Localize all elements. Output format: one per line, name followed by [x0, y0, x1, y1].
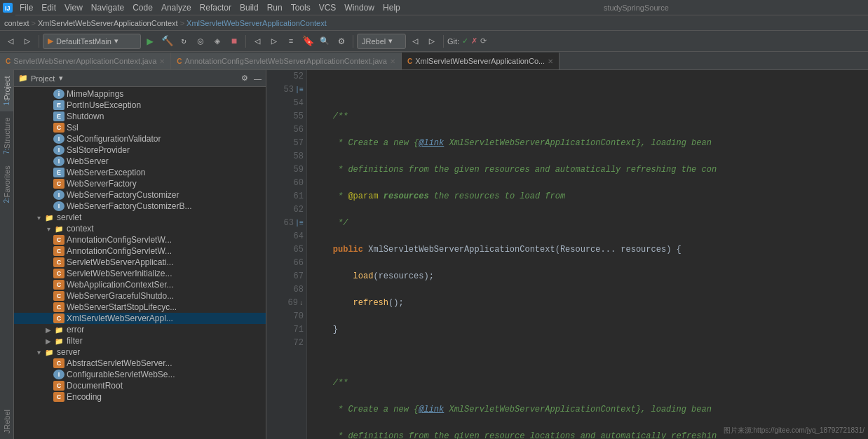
icon-webserverfactorycustomizer: I — [53, 190, 65, 200]
tree-item-webserver[interactable]: I WebServer — [14, 156, 266, 167]
favorites-tab[interactable]: 2: Favorites — [0, 160, 13, 209]
ln-56: 56 — [266, 123, 304, 137]
ln-66: 66 — [266, 257, 304, 270]
tree-item-filter[interactable]: ▶ 📁 filter — [14, 335, 266, 346]
icon-webserverfactory: C — [53, 179, 65, 189]
tree-item-context[interactable]: ▾ 📁 context — [14, 223, 266, 234]
tab-close-2[interactable]: ✕ — [390, 58, 395, 65]
jrebel-dropdown[interactable]: JRebel ▾ — [357, 34, 406, 49]
menu-view[interactable]: View — [60, 1, 87, 14]
jrebel-back[interactable]: ◁ — [407, 34, 423, 49]
menu-window[interactable]: Window — [340, 1, 379, 14]
tree-item-annotconfig2[interactable]: C AnnotationConfigServletW... — [14, 245, 266, 257]
code-line-64: * Create a new {@link XmlServletWebServe… — [313, 403, 862, 417]
project-tab[interactable]: 1: Project — [0, 70, 13, 112]
tree-item-webserverfactorycustomizer[interactable]: I WebServerFactoryCustomizer — [14, 189, 266, 201]
menu-analyze[interactable]: Analyze — [157, 1, 196, 14]
tree-item-servletwebserver[interactable]: C ServletWebServerApplicati... — [14, 257, 266, 268]
run-config-label: DefaultTestMain — [56, 37, 111, 46]
icon-webappcontextser: C — [53, 280, 65, 290]
coverage-button[interactable]: ◈ — [210, 34, 225, 49]
nav-back-button[interactable]: ◁ — [250, 34, 265, 49]
git-x-icon[interactable]: ✗ — [471, 36, 477, 46]
jrebel-side-label: JRebel — [3, 410, 11, 433]
forward-button[interactable]: ▷ — [20, 34, 35, 49]
project-num: 1: — [3, 100, 11, 105]
bookmark-button[interactable]: 🔖 — [300, 34, 316, 49]
menu-file[interactable]: File — [15, 1, 37, 14]
back-button[interactable]: ◁ — [3, 34, 18, 49]
tree-item-servletinitializer[interactable]: C ServletWebServerInitialize... — [14, 268, 266, 279]
tree-item-webappcontextser[interactable]: C WebApplicationContextSer... — [14, 279, 266, 290]
nav-fwd-button[interactable]: ▷ — [266, 34, 282, 49]
menu-navigate[interactable]: Navigate — [87, 1, 128, 14]
nav-recent-button[interactable]: ≡ — [283, 34, 299, 49]
tree-item-xmlservlet[interactable]: C XmlServletWebServerAppl... — [14, 313, 266, 324]
code-lines[interactable]: /** * Create a new {@link XmlServletWebS… — [307, 70, 868, 439]
tab-xml-active[interactable]: C XmlServletWebServerApplicationCo... ✕ — [402, 53, 560, 69]
menu-edit[interactable]: Edit — [37, 1, 60, 14]
update-button[interactable]: ↻ — [176, 34, 191, 49]
file-tabs: C ServletWebServerApplicationContext.jav… — [0, 52, 868, 70]
tree-item-webserverfactory[interactable]: C WebServerFactory — [14, 178, 266, 189]
tab-servlet[interactable]: C ServletWebServerApplicationContext.jav… — [0, 53, 171, 69]
jrebel-side-tab[interactable]: JRebel — [0, 404, 13, 439]
label-mimemappings: MimeMappings — [67, 89, 123, 99]
build-button[interactable]: 🔨 — [159, 34, 175, 49]
tree-item-sslstoreprovider[interactable]: I SslStoreProvider — [14, 144, 266, 156]
panel-minimize-icon[interactable]: — — [254, 74, 262, 83]
tree-item-server[interactable]: ▾ 📁 server — [14, 346, 266, 358]
run-config-dropdown[interactable]: ▶ DefaultTestMain ▾ — [43, 34, 141, 49]
inspect-button[interactable]: 🔍 — [317, 34, 332, 49]
git-arrow-icon[interactable]: ⟳ — [480, 36, 487, 46]
tree-item-ssl[interactable]: C Ssl — [14, 122, 266, 133]
profile-button[interactable]: ◎ — [193, 34, 208, 49]
structure-num: 7: — [3, 148, 11, 154]
menu-refactor[interactable]: Refactor — [196, 1, 236, 14]
tree-item-portinuseexception[interactable]: E PortInUseException — [14, 100, 266, 111]
jrebel-label: JRebel — [362, 37, 386, 46]
tree-item-mimemappings[interactable]: i MimeMappings — [14, 88, 266, 100]
tree-item-documentroot[interactable]: C DocumentRoot — [14, 380, 266, 391]
menu-code[interactable]: Code — [128, 1, 157, 14]
label-filter: filter — [67, 336, 83, 346]
code-editor[interactable]: 52 53 |≡ 54 55 56 57 58 59 60 61 62 63 |… — [266, 70, 868, 439]
tree-item-shutdown[interactable]: E Shutdown — [14, 111, 266, 122]
tab-close-3[interactable]: ✕ — [548, 58, 553, 65]
icon-abstractservlet: C — [53, 358, 65, 368]
settings-button[interactable]: ⚙ — [334, 34, 349, 49]
tree-item-webserverexception[interactable]: E WebServerException — [14, 167, 266, 178]
menu-tools[interactable]: Tools — [287, 1, 315, 14]
tab-annotation[interactable]: C AnnotationConfigServletWebServerApplic… — [171, 53, 402, 69]
jrebel-fwd[interactable]: ▷ — [424, 34, 440, 49]
fav-num: 2: — [3, 197, 11, 203]
menu-run[interactable]: Run — [263, 1, 287, 14]
git-check-icon[interactable]: ✓ — [462, 36, 468, 46]
ln-59: 59 — [266, 163, 304, 177]
tree-item-webservergraceful[interactable]: C WebServerGracefulShutdo... — [14, 290, 266, 302]
stop-button[interactable]: ■ — [226, 34, 242, 49]
code-line-59: load(resources); — [313, 270, 862, 283]
panel-settings-icon[interactable]: ⚙ — [241, 74, 248, 83]
structure-tab[interactable]: 7: Structure — [0, 112, 13, 160]
tree-item-annotconfig1[interactable]: C AnnotationConfigServletW... — [14, 234, 266, 245]
menu-vcs[interactable]: VCS — [315, 1, 341, 14]
tree-item-sslconfigvalidator[interactable]: I SslConfigurationValidator — [14, 133, 266, 144]
tree-item-webserverstoplifecycle[interactable]: C WebServerStartStopLifecyc... — [14, 302, 266, 313]
breadcrumb-part1[interactable]: context — [4, 19, 29, 27]
run-button[interactable]: ▶ — [142, 34, 158, 49]
tab-close-1[interactable]: ✕ — [159, 58, 165, 65]
tree-item-webserverfactorycustomizerb[interactable]: I WebServerFactoryCustomizerB... — [14, 201, 266, 212]
breadcrumb-part2[interactable]: XmlServletWebServerApplicationContext — [38, 19, 178, 27]
toolbar: ◁ ▷ ▶ DefaultTestMain ▾ ▶ 🔨 ↻ ◎ ◈ ■ ◁ ▷ … — [0, 31, 868, 52]
tree-item-abstractservlet[interactable]: C AbstractServletWebServer... — [14, 358, 266, 369]
icon-shutdown: E — [53, 112, 65, 121]
tree-item-configurableservlet[interactable]: I ConfigurableServletWebSe... — [14, 369, 266, 380]
tree-item-error[interactable]: ▶ 📁 error — [14, 324, 266, 335]
label-xmlservlet: XmlServletWebServerAppl... — [67, 313, 173, 323]
menu-help[interactable]: Help — [379, 1, 405, 14]
menu-build[interactable]: Build — [236, 1, 263, 14]
tree-item-servlet[interactable]: ▾ 📁 servlet — [14, 212, 266, 223]
tree-item-encoding[interactable]: C Encoding — [14, 391, 266, 403]
arrow-context: ▾ — [43, 225, 53, 233]
